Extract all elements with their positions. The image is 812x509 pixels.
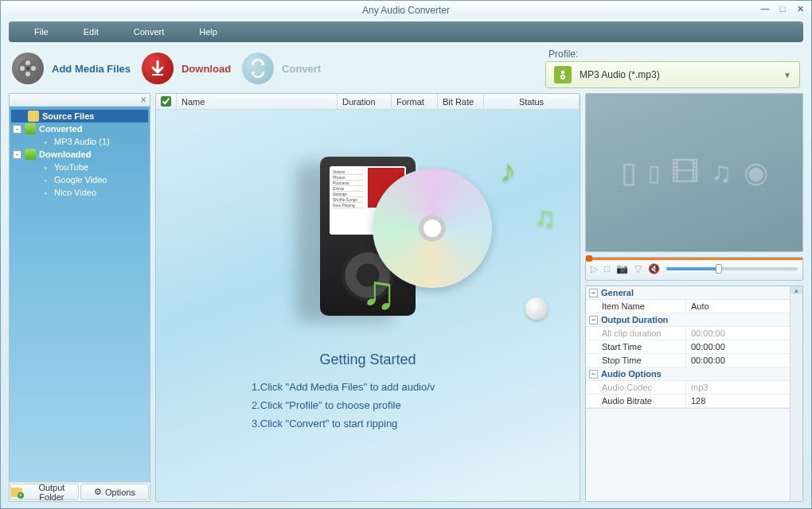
snapshot-menu-icon[interactable]: ▽ [634,263,642,274]
tree-item-converted[interactable]: -Converted [11,122,148,135]
gear-icon: ⚙ [94,487,102,497]
section-audio-options[interactable]: −Audio Options [586,367,790,381]
volume-fill [666,267,719,270]
prop-val[interactable]: 128 [686,394,790,407]
toolbar: Add Media Files Download Convert Profile… [1,44,811,93]
profile-area: Profile: MP3 Audio (*.mp3) ▼ [545,49,800,88]
right-panel: ▯ ▯ 🎞 ♫ ◉ ▷ □ 📷 ▽ 🔇 [585,93,803,502]
tree-item-mp3-audio-1-[interactable]: MP3 Audio (1) [11,135,148,148]
options-label: Options [105,488,135,497]
prop-stop-time[interactable]: Stop Time00:00:00 [586,354,790,367]
getting-started: Getting Started 1.Click "Add Media Files… [156,344,580,429]
profile-label: Profile: [545,49,800,60]
options-button[interactable]: ⚙ Options [80,484,149,500]
select-all-checkbox[interactable] [161,96,171,107]
menu-edit[interactable]: Edit [66,21,116,42]
output-folder-button[interactable]: + Output Folder [10,484,79,500]
add-media-label: Add Media Files [52,63,131,75]
film-reel-icon [12,52,44,84]
tree-item-label: Converted [39,124,82,134]
tree-toggle-icon[interactable]: - [13,125,21,134]
sidebar-close-icon[interactable]: ✕ [140,95,146,104]
svg-rect-6 [152,74,163,76]
prop-val[interactable]: Auto [686,300,790,313]
minimize-button[interactable]: — [759,3,771,14]
seek-bar[interactable] [586,258,802,260]
header-duration[interactable]: Duration [338,94,392,109]
collapse-icon[interactable]: − [589,316,598,324]
properties-scrollbar[interactable] [790,286,802,501]
section-output-duration[interactable]: −Output Duration [586,313,790,327]
convert-button[interactable]: Convert [242,52,321,84]
collapse-icon[interactable]: − [589,370,598,379]
prop-all-clip: All clip duration00:00:00 [586,327,790,340]
download-label: Download [182,63,231,75]
properties-description [586,408,790,501]
tree-item-label: Source Files [42,111,94,121]
prop-item-name[interactable]: Item NameAuto [586,300,790,313]
earbud-graphic [525,297,548,320]
volume-icon[interactable]: 🔇 [648,263,660,274]
header-bitrate[interactable]: Bit Rate [438,94,484,109]
music-note-icon: ♫ [534,200,556,234]
collapse-icon[interactable]: − [589,289,598,297]
play-icon[interactable]: ▷ [591,263,598,274]
convert-label: Convert [282,63,321,75]
section-output-label: Output Duration [601,315,668,324]
maximize-button[interactable]: □ [776,3,789,14]
dot-icon [40,136,51,147]
tree-item-label: Downloaded [39,150,91,159]
svg-point-2 [31,66,36,71]
prop-val: mp3 [686,381,790,394]
volume-slider[interactable] [666,267,798,270]
folder-icon [28,111,39,122]
app-window: Any Audio Converter — □ ✕ File Edit Conv… [0,0,812,509]
prop-audio-bitrate[interactable]: Audio Bitrate128 [586,394,790,408]
header-checkbox-cell[interactable] [156,94,177,109]
svg-point-3 [25,72,30,76]
tree-item-youtube[interactable]: YouTube [11,161,148,173]
prop-key: Audio Bitrate [586,394,686,407]
menu-file[interactable]: File [17,21,66,42]
player-controls: ▷ □ 📷 ▽ 🔇 [585,257,803,281]
file-list-panel: Name Duration Format Bit Rate Status Vid… [155,93,580,502]
svg-point-9 [562,76,564,78]
header-status[interactable]: Status [484,94,580,109]
section-general[interactable]: −General [586,286,790,300]
svg-point-5 [26,67,29,70]
header-format[interactable]: Format [392,94,438,109]
list-header: Name Duration Format Bit Rate Status [156,94,580,110]
folder-green-icon [25,149,36,160]
profile-select[interactable]: MP3 Audio (*.mp3) ▼ [545,61,800,88]
music-note-icon: ♪ [500,153,516,188]
tree-item-source-files[interactable]: Source Files [11,110,148,122]
svg-point-7 [561,71,564,74]
tree-item-nico-video[interactable]: Nico Video [11,186,148,199]
volume-thumb[interactable] [716,264,722,274]
prop-val[interactable]: 00:00:00 [686,340,790,353]
tree-item-downloaded[interactable]: -Downloaded [11,148,148,161]
tree-toggle-icon[interactable]: - [13,150,21,159]
add-media-files-button[interactable]: Add Media Files [12,52,131,84]
close-button[interactable]: ✕ [794,3,806,14]
getting-started-title: Getting Started [252,352,580,368]
menu-help[interactable]: Help [182,21,235,42]
prop-start-time[interactable]: Start Time00:00:00 [586,340,790,354]
properties-panel: −General Item NameAuto −Output Duration … [585,286,803,502]
tree-item-google-video[interactable]: Google Video [11,173,148,186]
section-general-label: General [601,288,634,297]
source-tree[interactable]: Source Files-ConvertedMP3 Audio (1)-Down… [10,107,150,482]
chevron-down-icon: ▼ [783,71,791,80]
header-name[interactable]: Name [177,94,338,109]
menu-convert[interactable]: Convert [116,21,182,42]
prop-val[interactable]: 00:00:00 [686,354,790,367]
stop-icon[interactable]: □ [604,263,610,274]
getting-started-step2: 2.Click "Profile" to choose profile [252,399,580,411]
download-button[interactable]: Download [142,52,231,84]
file-list-body: VideosPhotosPodcastsExtrasSettingsShuffl… [156,110,580,501]
getting-started-step3: 3.Click "Convert" to start ripping [252,418,580,429]
dot-icon [40,174,51,185]
snapshot-icon[interactable]: 📷 [616,263,628,274]
prop-key: Audio Codec [586,381,686,394]
dot-icon [40,161,51,173]
